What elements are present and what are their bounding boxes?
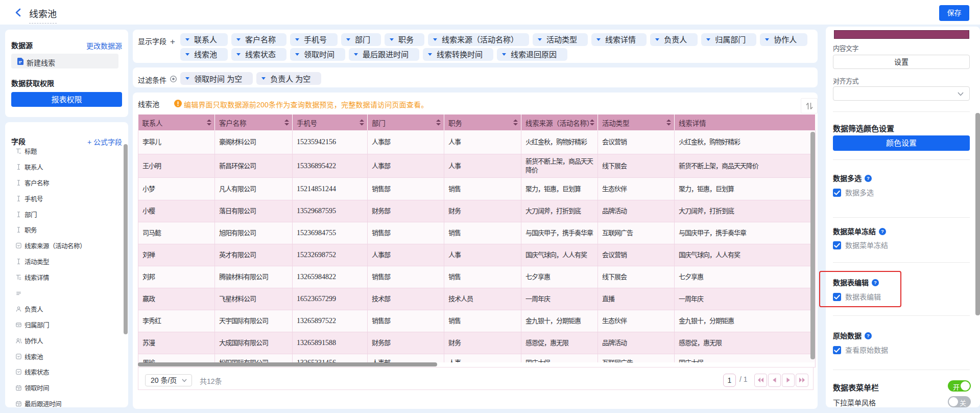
svg-text:?: ? [881, 228, 884, 234]
svg-text:?: ? [874, 280, 877, 285]
svg-text:?: ? [867, 175, 870, 181]
svg-text:?: ? [867, 333, 870, 338]
